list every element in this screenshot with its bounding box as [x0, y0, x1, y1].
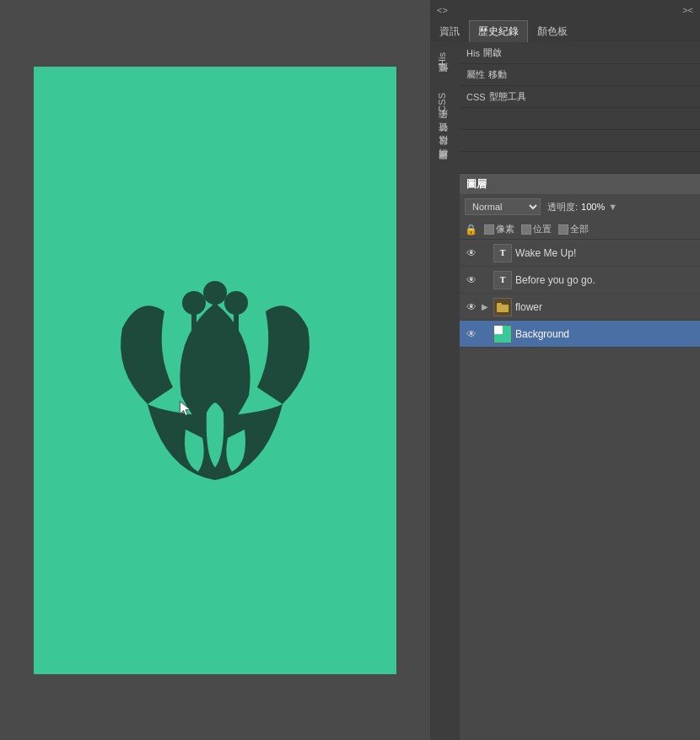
tab-info[interactable]: 資訊: [430, 20, 469, 42]
position-checkbox[interactable]: [521, 224, 531, 235]
layers-section: 圖層 Normal 透明度: 100% ▼ 🔒: [460, 174, 700, 740]
opacity-label: 透明度:: [547, 201, 578, 213]
side-nav: His 屬性 CSS 刷子 符號 段落 圖層構: [430, 42, 460, 740]
canvas-document: [34, 67, 396, 674]
layer-name-before-you-go: Before you go go.: [515, 274, 695, 286]
lock-pixels[interactable]: 像素: [484, 223, 514, 235]
side-nav-paragraph[interactable]: 段落: [430, 146, 460, 159]
position-label: 位置: [533, 223, 552, 235]
layers-list: 👁 T Wake Me Up! 👁 T Before you go go.: [460, 240, 700, 490]
svg-rect-5: [213, 293, 218, 335]
layer-thumb-background: [493, 325, 512, 343]
layers-header-label: 圖層: [466, 177, 487, 192]
lock-position[interactable]: 位置: [521, 223, 552, 235]
layers-toolbar: Normal 透明度: 100% ▼: [460, 194, 700, 219]
layer-name-background: Background: [515, 328, 695, 340]
pixels-checkbox[interactable]: [484, 224, 494, 235]
flower-artwork: [97, 235, 333, 505]
layer-eye-wake-me-up[interactable]: 👁: [465, 246, 478, 260]
collapse-right[interactable]: ><: [682, 5, 693, 15]
layer-eye-before-you-go[interactable]: 👁: [465, 273, 478, 287]
svg-rect-7: [497, 305, 509, 312]
lock-icon: 🔒: [465, 224, 477, 235]
tab-swatches[interactable]: 顏色板: [528, 20, 577, 42]
layer-row-before-you-go[interactable]: 👁 T Before you go go.: [460, 267, 700, 294]
lock-row: 🔒 像素 位置 全部: [460, 219, 700, 240]
lock-all[interactable]: 全部: [558, 223, 589, 235]
side-nav-properties[interactable]: 屬性: [430, 73, 460, 86]
attr-label: 屬性: [466, 68, 485, 81]
svg-rect-4: [234, 303, 239, 337]
layer-row-wake-me-up[interactable]: 👁 T Wake Me Up!: [460, 240, 700, 267]
attr-value: 移動: [488, 68, 507, 81]
all-label: 全部: [570, 223, 589, 235]
layer-row-background[interactable]: 👁 Background: [460, 321, 700, 348]
svg-rect-8: [497, 303, 502, 305]
history-open-label: His: [466, 48, 480, 58]
opacity-control: 透明度: 100% ▼: [547, 201, 617, 213]
side-nav-css[interactable]: CSS: [430, 86, 460, 119]
side-nav-layers[interactable]: 圖層構: [430, 159, 460, 173]
tab-history[interactable]: 歷史紀錄: [469, 20, 528, 42]
collapse-left[interactable]: <>: [437, 5, 448, 15]
layer-thumb-wake-me-up: T: [493, 244, 512, 262]
bottom-empty: [460, 490, 700, 741]
history-open-value: 開啟: [483, 46, 502, 59]
collapse-bar: <> ><: [430, 0, 700, 20]
blend-mode-select[interactable]: Normal: [465, 198, 541, 215]
css-value: 型態工具: [489, 90, 526, 103]
panel-tabs: 資訊 歷史紀錄 顏色板: [430, 20, 700, 42]
layer-thumb-flower: [493, 298, 512, 316]
side-nav-his[interactable]: His: [430, 46, 460, 73]
layer-arrow-flower[interactable]: ▶: [482, 302, 490, 311]
opacity-value[interactable]: 100%: [581, 202, 605, 212]
css-label: CSS: [466, 92, 486, 102]
layers-header: 圖層: [460, 174, 700, 194]
side-nav-brush[interactable]: 刷子: [430, 119, 460, 132]
side-nav-symbols[interactable]: 符號: [430, 132, 460, 146]
pixels-label: 像素: [496, 223, 514, 235]
right-panel: <> >< 資訊 歷史紀錄 顏色板 His 屬性 CSS 刷子 符號 段落 圖層…: [430, 0, 700, 740]
layer-row-flower[interactable]: 👁 ▶ flower: [460, 294, 700, 321]
layer-name-wake-me-up: Wake Me Up!: [515, 247, 695, 259]
layer-name-flower: flower: [515, 301, 695, 313]
layer-thumb-before-you-go: T: [493, 271, 512, 289]
all-checkbox[interactable]: [558, 224, 568, 235]
svg-rect-3: [191, 303, 197, 337]
opacity-dropdown-icon[interactable]: ▼: [608, 202, 617, 212]
layer-eye-background[interactable]: 👁: [465, 327, 478, 341]
panel-content: His 開啟 屬性 移動 CSS 型態工具 圖層: [460, 42, 700, 740]
layer-eye-flower[interactable]: 👁: [465, 300, 478, 314]
canvas-area: [0, 0, 430, 740]
